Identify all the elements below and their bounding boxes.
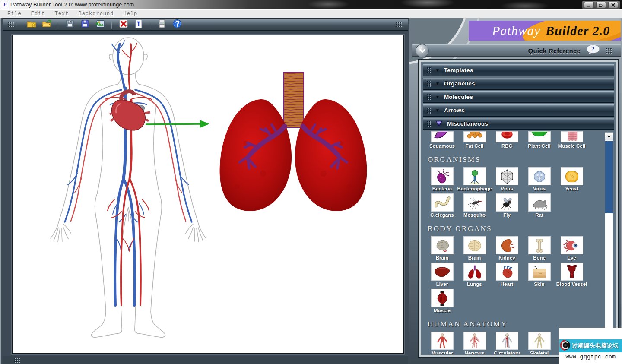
section-drag-handle[interactable] [427,67,431,73]
nervous-system-icon[interactable] [463,332,486,350]
library-item[interactable]: Brain [426,236,458,260]
menu-item-text[interactable]: Text [50,10,74,18]
squamous-cell-icon[interactable] [431,131,454,142]
bone-icon[interactable] [528,236,551,254]
library-item[interactable]: Yeast [555,167,588,191]
library-item[interactable]: Liver [426,263,458,287]
section-miscellaneous[interactable]: Miscellaneous [423,118,614,130]
kidney-icon[interactable] [496,236,518,254]
library-item[interactable]: Mosquito [458,193,491,218]
library-item[interactable]: Blood Vessel [555,263,588,287]
item-label: Kidney [498,255,515,260]
collapse-panel-button[interactable] [416,44,429,57]
library-item[interactable]: Lungs [458,263,491,287]
drawing-canvas[interactable] [12,35,404,354]
rbc-icon[interactable] [496,131,518,142]
library-item[interactable]: Nervous [458,332,491,354]
section-drag-handle[interactable] [427,120,431,127]
new-pathway-button[interactable] [25,19,37,30]
close-button[interactable] [608,2,618,8]
library-item[interactable]: Virus [523,167,555,191]
skeletal-system-icon[interactable] [528,332,551,350]
brain-top-icon[interactable] [463,236,486,254]
restore-button[interactable] [596,2,606,8]
export-image-button[interactable] [94,19,106,30]
library-item[interactable]: Bacteriophage [458,167,491,191]
library-item[interactable]: Kidney [491,236,523,260]
print-button[interactable] [156,19,168,30]
minimize-button[interactable] [584,2,594,8]
section-molecules[interactable]: ▼Molecules [423,91,614,103]
c-elegans-icon[interactable] [431,193,454,212]
section-organelles[interactable]: ▼Organelles [423,78,614,89]
library-item[interactable]: C.elegans [426,193,458,218]
library-item[interactable]: Squamous [426,131,458,149]
library-item[interactable]: Brain [458,236,491,260]
save-as-button[interactable] [79,19,91,30]
item-label: Brain [468,255,481,260]
fly-icon[interactable] [496,193,518,212]
toolbar-right-drag-handle[interactable] [396,22,402,27]
muscle-icon[interactable] [431,289,454,307]
skin-icon[interactable] [528,263,551,281]
library-item[interactable]: Skin [523,263,555,287]
section-templates[interactable]: ▼Templates [423,64,614,76]
menu-item-edit[interactable]: Edit [26,10,50,18]
plant-cell-icon[interactable] [528,131,551,142]
section-arrows[interactable]: ▼Arrows [423,104,614,116]
library-item[interactable]: Rat [523,193,555,218]
canvas-drag-handle[interactable] [14,357,20,363]
bacteriophage-icon[interactable] [463,167,486,185]
library-item[interactable]: Muscle Cell [555,131,588,149]
library-item[interactable]: Virus [491,167,523,191]
mosquito-icon[interactable] [463,193,486,212]
scroll-up-button[interactable] [605,133,613,140]
menu-item-background[interactable]: Background [73,10,118,18]
section-drag-handle[interactable] [427,94,431,100]
virus-spherical-icon[interactable] [528,167,551,185]
yeast-icon[interactable] [561,167,583,185]
delete-button[interactable] [117,19,129,30]
scrollbar-thumb[interactable] [605,141,613,213]
scrollbar[interactable] [605,132,613,354]
library-item[interactable]: Skeletal [523,332,555,354]
library-item[interactable]: Bone [523,236,555,260]
save-button[interactable] [64,19,76,30]
library-item[interactable]: Heart [491,263,523,287]
help-button[interactable] [171,19,183,30]
rat-icon[interactable] [528,193,551,212]
section-drag-handle[interactable] [427,80,431,87]
library-item[interactable]: Eye [555,236,588,260]
library-item[interactable]: RBC [491,131,523,149]
library-item[interactable]: Fat Cell [458,131,491,149]
eye-icon[interactable] [561,236,583,254]
item-grid: BacteriaBacteriophageVirusVirusYeastC.el… [426,167,603,220]
help-bubble-icon[interactable]: ? [586,44,600,57]
liver-icon[interactable] [431,263,454,281]
library-item[interactable]: Fly [491,193,523,218]
lungs-icon[interactable] [463,263,486,281]
fat-cell-icon[interactable] [463,131,486,142]
muscular-system-icon[interactable] [431,332,454,350]
virus-icosahedral-icon[interactable] [496,167,518,185]
muscle-cell-icon[interactable] [561,131,583,142]
menu-item-help[interactable]: Help [118,10,142,18]
library-item[interactable]: Muscular [426,332,458,354]
library-item[interactable]: Muscle [426,289,458,313]
library-item[interactable]: Plant Cell [523,131,555,149]
menu-item-file[interactable]: File [3,10,26,18]
text-tool-button[interactable] [133,19,144,30]
watermark-url[interactable]: www.gqgtpc.com [559,354,622,360]
open-pathway-button[interactable] [41,19,52,30]
quick-reference-drag-handle[interactable] [606,48,612,54]
bacteria-icon[interactable] [431,167,454,185]
item-label: Lungs [467,282,482,287]
toolbar-drag-handle[interactable] [8,22,14,27]
section-drag-handle[interactable] [427,107,431,114]
heart-icon[interactable] [496,263,518,281]
brain-side-icon[interactable] [431,236,454,254]
blood-vessel-icon[interactable] [561,263,583,281]
library-item[interactable]: Circulatory [491,332,523,354]
library-item[interactable]: Bacteria [426,167,458,191]
circulatory-system-icon[interactable] [496,332,518,350]
